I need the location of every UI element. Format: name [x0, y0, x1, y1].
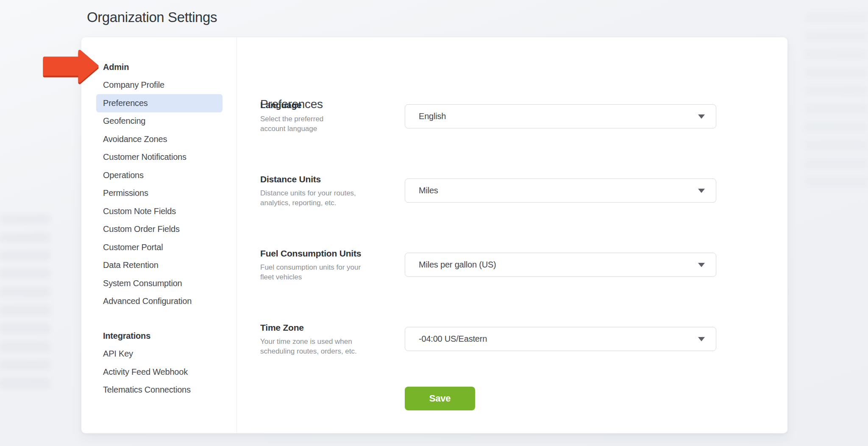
fuel-consumption-field-row: Fuel Consumption Units Fuel consumption … [260, 248, 786, 282]
distance-units-description: Distance units for your routes, analytic… [260, 188, 375, 208]
red-arrow-annotation-icon [42, 48, 100, 86]
sidebar-item-customer-notifications[interactable]: Customer Notifications [81, 148, 236, 167]
fuel-consumption-dropdown[interactable]: Miles per gallon (US) [405, 253, 716, 277]
time-zone-field-row: Time Zone Your time zone is used when sc… [260, 323, 786, 356]
chevron-down-icon [698, 189, 705, 193]
fuel-consumption-dropdown-value: Miles per gallon (US) [419, 260, 496, 270]
language-field-row: Language Select the preferred account la… [260, 100, 786, 134]
sidebar-item-customer-portal[interactable]: Customer Portal [81, 238, 236, 256]
time-zone-dropdown-value: -04:00 US/Eastern [419, 334, 487, 344]
sidebar-item-preferences[interactable]: Preferences [96, 94, 223, 112]
sidebar-item-activity-feed-webhook[interactable]: Activity Feed Webhook [81, 363, 236, 381]
sidebar-item-geofencing[interactable]: Geofencing [81, 112, 236, 131]
sidebar-item-avoidance-zones[interactable]: Avoidance Zones [81, 130, 236, 148]
sidebar-item-custom-note-fields[interactable]: Custom Note Fields [81, 202, 236, 220]
sidebar-item-telematics-connections[interactable]: Telematics Connections [81, 381, 236, 399]
time-zone-dropdown[interactable]: -04:00 US/Eastern [405, 327, 716, 351]
sidebar-item-api-key[interactable]: API Key [81, 345, 236, 363]
organization-settings-page: Organization Settings Admin Company Prof… [0, 0, 868, 446]
sidebar-item-operations[interactable]: Operations [81, 166, 236, 184]
chevron-down-icon [698, 337, 705, 341]
chevron-down-icon [698, 263, 705, 267]
sidebar-item-permissions[interactable]: Permissions [81, 184, 236, 203]
page-title: Organization Settings [87, 9, 217, 25]
sidebar-header-admin: Admin [81, 58, 236, 76]
sidebar-integrations-list: API Key Activity Feed Webhook Telematics… [81, 345, 236, 399]
sidebar-item-advanced-configuration[interactable]: Advanced Configuration [81, 293, 236, 311]
language-dropdown[interactable]: English [405, 104, 716, 128]
sidebar-item-company-profile[interactable]: Company Profile [81, 76, 236, 95]
distance-units-dropdown-value: Miles [419, 186, 438, 195]
chevron-down-icon [698, 114, 705, 119]
language-description: Select the preferred account language [260, 114, 375, 134]
distance-units-field-row: Distance Units Distance units for your r… [260, 174, 786, 208]
save-button[interactable]: Save [405, 387, 475, 410]
sidebar-admin-list: Company Profile Preferences Geofencing A… [81, 76, 236, 311]
sidebar-item-data-retention[interactable]: Data Retention [81, 256, 236, 275]
settings-card: Admin Company Profile Preferences Geofen… [81, 37, 787, 433]
distance-units-dropdown[interactable]: Miles [405, 178, 716, 203]
background-ghost-shapes [0, 214, 50, 396]
settings-sidebar: Admin Company Profile Preferences Geofen… [81, 37, 237, 433]
language-dropdown-value: English [419, 112, 446, 121]
sidebar-item-custom-order-fields[interactable]: Custom Order Fields [81, 220, 236, 239]
background-ghost-shapes [804, 13, 868, 195]
sidebar-header-integrations: Integrations [81, 327, 236, 345]
fuel-consumption-description: Fuel consumption units for your fleet ve… [260, 262, 375, 282]
time-zone-description: Your time zone is used when scheduling r… [260, 337, 375, 356]
sidebar-item-system-consumption[interactable]: System Consumption [81, 274, 236, 293]
